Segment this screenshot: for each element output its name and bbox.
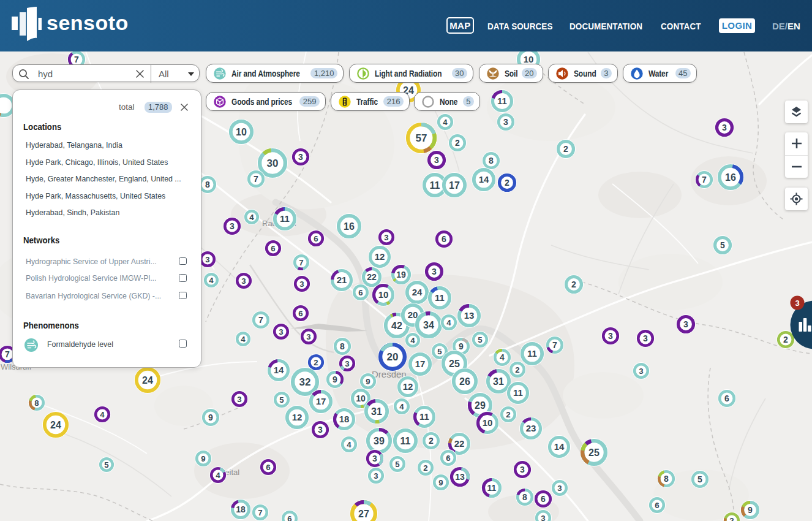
svg-text:3: 3 <box>241 276 246 286</box>
svg-text:2: 2 <box>429 436 434 446</box>
svg-text:11: 11 <box>513 387 523 398</box>
svg-text:42: 42 <box>391 321 402 331</box>
svg-text:3: 3 <box>557 484 562 493</box>
svg-text:3: 3 <box>345 359 349 368</box>
svg-text:10: 10 <box>356 394 366 403</box>
svg-text:6: 6 <box>446 454 450 463</box>
svg-text:10: 10 <box>483 417 493 428</box>
svg-text:21: 21 <box>337 275 347 285</box>
svg-text:4: 4 <box>443 118 448 127</box>
svg-text:9: 9 <box>208 413 213 422</box>
svg-text:6: 6 <box>271 244 275 253</box>
svg-text:4: 4 <box>209 276 214 285</box>
svg-text:8: 8 <box>664 474 669 484</box>
svg-text:11: 11 <box>487 483 497 493</box>
svg-text:24: 24 <box>50 420 61 430</box>
svg-text:17: 17 <box>415 359 426 369</box>
svg-text:6: 6 <box>655 501 659 510</box>
svg-text:3: 3 <box>643 333 648 343</box>
svg-text:9: 9 <box>201 454 205 463</box>
svg-text:3: 3 <box>608 331 613 341</box>
svg-text:23: 23 <box>526 423 536 433</box>
svg-text:10: 10 <box>236 127 247 137</box>
svg-text:13: 13 <box>455 472 465 482</box>
svg-text:25: 25 <box>449 359 460 369</box>
svg-text:5: 5 <box>478 335 482 344</box>
svg-text:6: 6 <box>266 463 270 472</box>
svg-text:5: 5 <box>437 347 442 356</box>
svg-text:26: 26 <box>459 376 470 387</box>
svg-text:2: 2 <box>571 280 576 289</box>
svg-text:6: 6 <box>724 394 729 403</box>
svg-text:4: 4 <box>216 471 220 480</box>
svg-text:11: 11 <box>430 180 440 191</box>
svg-text:3: 3 <box>372 454 377 463</box>
svg-text:14: 14 <box>554 441 565 452</box>
svg-text:12: 12 <box>292 412 303 422</box>
svg-text:2: 2 <box>506 410 510 419</box>
svg-text:6: 6 <box>298 309 303 318</box>
svg-text:2: 2 <box>455 138 460 148</box>
svg-text:39: 39 <box>374 436 385 446</box>
svg-text:3: 3 <box>541 514 545 521</box>
svg-text:3: 3 <box>318 425 323 435</box>
svg-text:3: 3 <box>237 395 241 404</box>
svg-text:7: 7 <box>74 55 79 64</box>
svg-text:11: 11 <box>280 213 290 224</box>
svg-text:3: 3 <box>374 471 378 481</box>
svg-text:7: 7 <box>552 340 557 350</box>
svg-text:2: 2 <box>314 358 318 367</box>
svg-text:32: 32 <box>299 376 311 388</box>
svg-text:13: 13 <box>464 310 475 321</box>
svg-text:7: 7 <box>254 174 258 184</box>
svg-text:12: 12 <box>375 251 385 262</box>
svg-text:7: 7 <box>299 258 303 267</box>
svg-text:8: 8 <box>34 398 39 408</box>
svg-text:3: 3 <box>722 123 727 132</box>
svg-text:4: 4 <box>100 410 105 419</box>
svg-text:19: 19 <box>396 270 406 280</box>
svg-text:4: 4 <box>399 402 404 411</box>
svg-text:3: 3 <box>639 367 643 376</box>
svg-text:14: 14 <box>274 365 284 375</box>
svg-text:22: 22 <box>367 272 377 282</box>
svg-text:31: 31 <box>493 376 504 387</box>
svg-text:12: 12 <box>403 381 413 392</box>
svg-text:2: 2 <box>423 463 427 473</box>
svg-text:5: 5 <box>279 395 284 405</box>
svg-text:3: 3 <box>205 255 209 264</box>
svg-text:30: 30 <box>267 158 279 169</box>
svg-text:18: 18 <box>339 414 350 424</box>
svg-text:2: 2 <box>515 365 519 375</box>
svg-text:2: 2 <box>729 516 734 521</box>
svg-text:24: 24 <box>412 287 423 297</box>
svg-text:7: 7 <box>5 349 10 359</box>
svg-text:6: 6 <box>442 234 446 244</box>
svg-text:3: 3 <box>432 267 437 276</box>
svg-text:3: 3 <box>298 152 303 162</box>
svg-text:10: 10 <box>524 54 534 64</box>
svg-text:9: 9 <box>748 505 753 515</box>
svg-text:2: 2 <box>505 178 509 188</box>
svg-text:5: 5 <box>104 460 108 470</box>
svg-text:5: 5 <box>395 460 399 469</box>
svg-text:7: 7 <box>258 315 263 325</box>
svg-text:7: 7 <box>702 175 707 184</box>
svg-text:16: 16 <box>344 221 355 232</box>
svg-text:4: 4 <box>410 336 415 345</box>
svg-text:4: 4 <box>241 335 246 344</box>
svg-text:57: 57 <box>416 132 427 144</box>
svg-text:11: 11 <box>497 96 507 106</box>
svg-text:4: 4 <box>347 440 351 449</box>
svg-text:17: 17 <box>316 396 326 406</box>
svg-text:11: 11 <box>400 436 411 446</box>
svg-text:2: 2 <box>783 335 788 344</box>
svg-text:8: 8 <box>522 492 527 502</box>
svg-text:11: 11 <box>419 411 429 422</box>
svg-text:3: 3 <box>230 221 235 231</box>
svg-text:3: 3 <box>503 117 508 127</box>
svg-text:10: 10 <box>378 289 389 300</box>
svg-text:20: 20 <box>387 351 399 363</box>
svg-text:7: 7 <box>258 508 262 517</box>
svg-text:18: 18 <box>236 504 246 514</box>
